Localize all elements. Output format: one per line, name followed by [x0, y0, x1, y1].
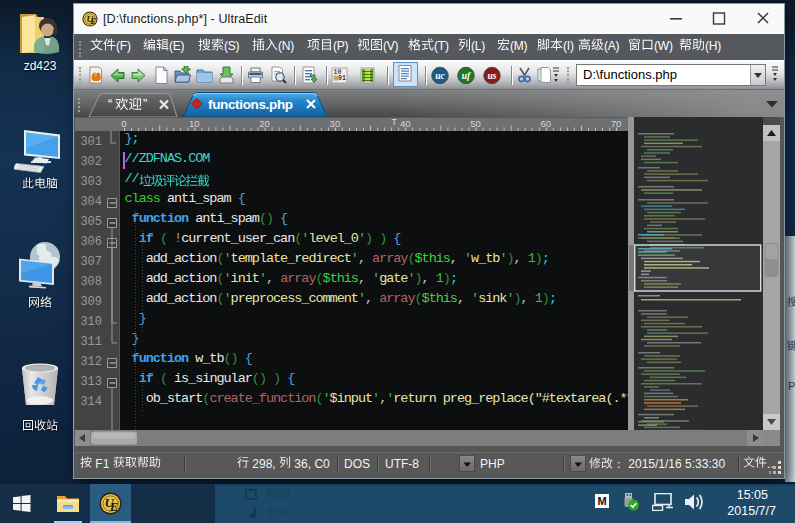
svg-text:30: 30: [330, 118, 341, 129]
svg-text:70: 70: [611, 118, 622, 129]
svg-text:01: 01: [338, 75, 346, 82]
svg-text:40: 40: [400, 118, 411, 129]
svg-text:E: E: [89, 16, 96, 26]
svg-text:T: T: [391, 117, 396, 127]
svg-text:20: 20: [259, 118, 270, 129]
svg-text:E: E: [109, 499, 119, 514]
svg-text:10: 10: [189, 118, 200, 129]
svg-text:uf: uf: [462, 71, 471, 81]
svg-text:us: us: [488, 71, 497, 81]
svg-text:uc: uc: [435, 71, 445, 81]
svg-text:50: 50: [470, 118, 481, 129]
svg-text:0: 0: [121, 118, 126, 129]
svg-text:60: 60: [541, 118, 552, 129]
svg-text:functions.php: functions.php: [208, 97, 293, 112]
